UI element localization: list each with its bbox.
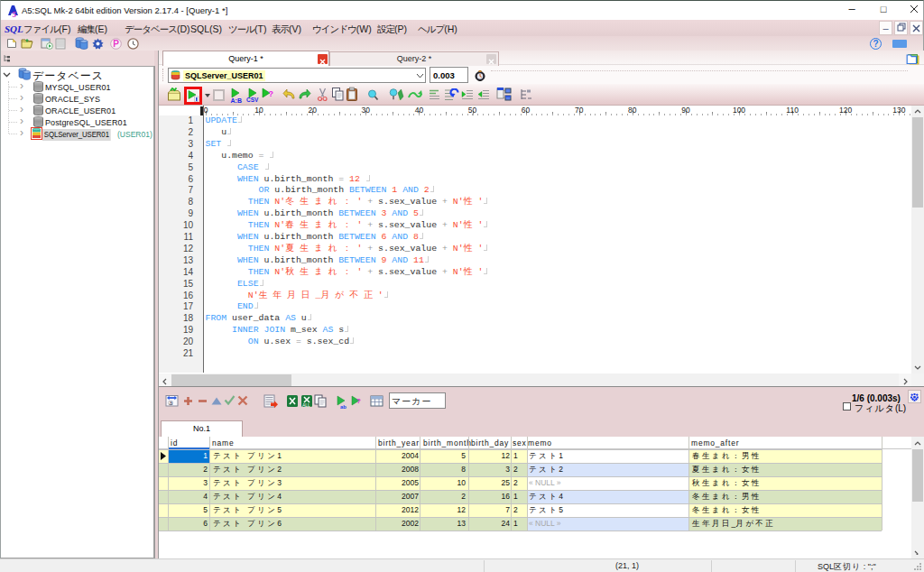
svg-text:a: a — [170, 400, 173, 406]
svg-text:CSV: CSV — [246, 97, 259, 103]
svg-text:ab: ab — [340, 404, 346, 410]
svg-text:?: ? — [356, 397, 361, 405]
svg-text:A:B: A:B — [231, 97, 242, 104]
svg-text:P: P — [113, 39, 119, 49]
svg-text:?: ? — [269, 89, 274, 98]
svg-text:ALL: ALL — [302, 402, 310, 408]
svg-text:5: 5 — [13, 10, 17, 18]
